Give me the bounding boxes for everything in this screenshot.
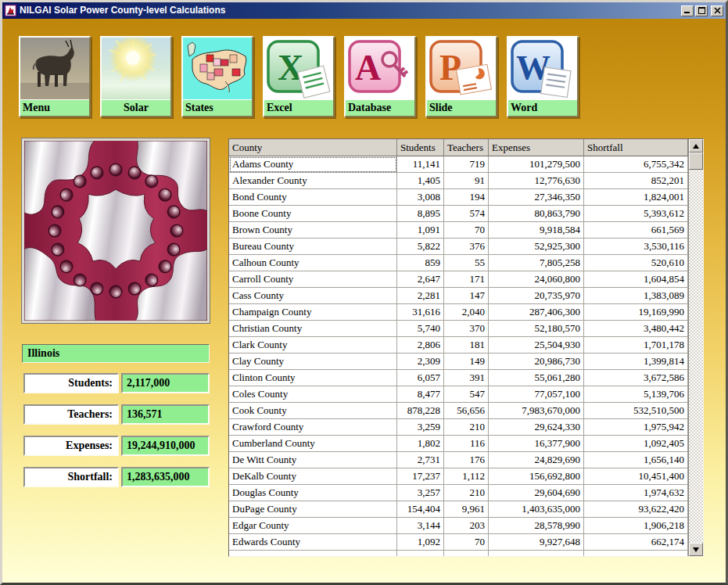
cell-expenses: 9,927,648 (489, 534, 584, 551)
state-name-field[interactable]: Illinois (22, 344, 210, 363)
cell-teachers: 70 (444, 222, 489, 239)
table-row[interactable]: De Witt County2,73117624,829,6901,656,14… (229, 452, 688, 468)
maximize-icon (698, 7, 705, 14)
table-row[interactable]: Cook County878,22856,6567,983,670,000532… (229, 403, 688, 419)
cell-county: Champaign County (229, 304, 397, 321)
table-row[interactable]: Clay County2,30914920,986,7301,399,814 (229, 354, 688, 370)
table-row[interactable]: Bureau County5,82237652,925,3003,530,116 (229, 239, 688, 255)
cell-teachers: 176 (444, 452, 489, 468)
students-value-field[interactable]: 2,117,000 (121, 373, 210, 393)
table-row[interactable]: Alexander County1,4059112,776,630852,201 (229, 173, 688, 189)
cell-county: Carroll County (229, 271, 397, 288)
cell-county: Clinton County (229, 370, 397, 386)
cell-students: 11,141 (397, 156, 444, 173)
cell-students: 2,281 (397, 288, 444, 304)
cell-expenses: 156,692,800 (489, 468, 584, 485)
column-header-shortfall[interactable]: Shortfall (584, 139, 688, 156)
cell-teachers: 116 (444, 436, 489, 452)
cell-shortfall: 19,169,990 (584, 304, 688, 321)
table-row[interactable]: Adams County11,141719101,279,5006,755,34… (229, 156, 688, 173)
menu-button[interactable]: Menu (19, 36, 91, 117)
table-row[interactable]: DeKalb County17,2371,112156,692,80010,45… (229, 468, 688, 485)
cell-teachers: 1,112 (444, 468, 489, 485)
table-row[interactable]: Douglas County3,25721029,604,6901,974,63… (229, 485, 688, 501)
cell-county: Edwards County (229, 534, 397, 551)
database-button[interactable]: A Database (344, 36, 416, 117)
table-row[interactable]: Crawford County3,25921029,624,3301,975,9… (229, 419, 688, 436)
table-row[interactable]: Boone County8,89557480,863,7905,393,612 (229, 206, 688, 222)
cell-expenses: 287,406,300 (489, 304, 584, 321)
cell-shortfall: 3,480,442 (584, 321, 688, 337)
shortfall-value-field[interactable]: 1,283,635,000 (121, 467, 210, 487)
cell-shortfall: 661,569 (584, 222, 688, 239)
cell-shortfall: 1,701,178 (584, 337, 688, 354)
cell-students: 2,647 (397, 271, 444, 288)
solar-button[interactable]: Solar (100, 36, 172, 117)
scrollbar-thumb[interactable] (689, 153, 703, 170)
table-row[interactable]: Cumberland County1,80211616,377,9001,092… (229, 436, 688, 452)
column-header-students[interactable]: Students (397, 139, 444, 156)
table-row[interactable]: Edgar County3,14420328,578,9901,906,218 (229, 518, 688, 534)
cell-county: Bond County (229, 189, 397, 206)
cell-empty (397, 551, 444, 556)
maximize-button[interactable] (695, 5, 708, 16)
column-header-teachers[interactable]: Teachers (444, 139, 489, 156)
cell-teachers: 55 (444, 255, 489, 271)
cell-students: 3,008 (397, 189, 444, 206)
cell-teachers: 56,656 (444, 403, 489, 419)
table-row[interactable]: Edwards County1,092709,927,648662,174 (229, 534, 688, 551)
cell-teachers: 574 (444, 206, 489, 222)
table-row[interactable]: Carroll County2,64717124,060,8001,604,85… (229, 271, 688, 288)
cell-expenses: 24,060,800 (489, 271, 584, 288)
cell-teachers: 181 (444, 337, 489, 354)
table-row[interactable]: Coles County8,47754777,057,1005,139,706 (229, 386, 688, 403)
close-button[interactable] (711, 5, 723, 16)
column-header-expenses[interactable]: Expenses (489, 139, 584, 156)
arrow-up-icon (693, 144, 699, 149)
cell-teachers: 210 (444, 485, 489, 501)
minimize-button[interactable] (681, 5, 694, 16)
slide-button[interactable]: P Slide (425, 36, 497, 117)
main-content: Menu Solar (2, 19, 726, 583)
table-row[interactable]: Calhoun County859557,805,258520,610 (229, 255, 688, 271)
cell-county: Bureau County (229, 239, 397, 255)
table-row[interactable]: DuPage County154,4049,9611,403,635,00093… (229, 501, 688, 518)
table-row[interactable]: Brown County1,091709,918,584661,569 (229, 222, 688, 239)
cell-county: Edgar County (229, 518, 397, 534)
table-row[interactable]: Cass County2,28114720,735,9701,383,089 (229, 288, 688, 304)
fractal-image-frame (22, 138, 210, 323)
table-row[interactable]: Clark County2,80618125,504,9301,701,178 (229, 337, 688, 354)
cell-expenses: 7,983,670,000 (489, 403, 584, 419)
cell-county: DeKalb County (229, 468, 397, 485)
teachers-value-field[interactable]: 136,571 (121, 404, 210, 425)
slide-button-label: Slide (427, 99, 496, 116)
cell-expenses: 24,829,690 (489, 452, 584, 468)
cell-students: 17,237 (397, 468, 444, 485)
app-icon (5, 5, 16, 16)
table-header: CountyStudentsTeachersExpensesShortfall (229, 139, 688, 156)
table-row[interactable]: Bond County3,00819427,346,3501,824,001 (229, 189, 688, 206)
title-bar[interactable]: NILGAI Solar Power County-level Calculat… (2, 2, 726, 19)
cell-empty (444, 551, 489, 556)
cell-shortfall: 1,656,140 (584, 452, 688, 468)
expenses-value-field[interactable]: 19,244,910,000 (121, 436, 210, 456)
cell-teachers: 203 (444, 518, 489, 534)
table-row[interactable]: Christian County5,74037052,180,5703,480,… (229, 321, 688, 337)
cell-shortfall: 3,672,586 (584, 370, 688, 386)
cell-expenses: 27,346,350 (489, 189, 584, 206)
scrollbar-up-button[interactable] (689, 139, 703, 153)
table-row[interactable]: Champaign County31,6162,040287,406,30019… (229, 304, 688, 321)
county-table: CountyStudentsTeachersExpensesShortfall … (228, 138, 704, 557)
table-row[interactable]: Clinton County6,05739155,061,2803,672,58… (229, 370, 688, 386)
expenses-label: Expenses: (23, 436, 119, 456)
fractal-image (24, 141, 207, 321)
excel-button[interactable]: X Excel (263, 36, 335, 117)
cell-shortfall: 1,974,632 (584, 485, 688, 501)
scrollbar-track[interactable] (688, 139, 703, 556)
states-button[interactable]: States (181, 36, 253, 117)
cell-teachers: 376 (444, 239, 489, 255)
scrollbar-down-button[interactable] (689, 543, 703, 556)
column-header-county[interactable]: County (229, 139, 397, 156)
excel-icon: X (264, 38, 333, 99)
word-button[interactable]: W Word (507, 36, 579, 117)
